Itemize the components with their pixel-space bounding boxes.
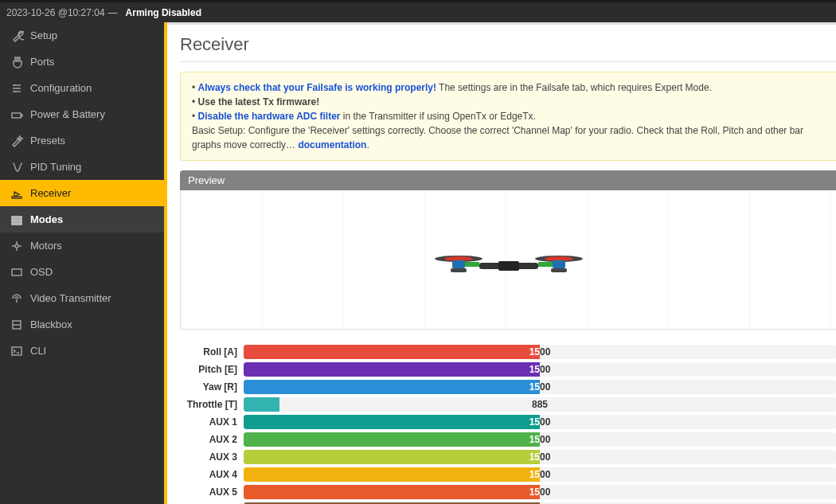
topbar-sep: — (108, 7, 118, 18)
channel-label: Pitch [E] (180, 364, 244, 375)
channel-value: 1500 (244, 467, 836, 482)
sidebar-item-blackbox[interactable]: Blackbox (0, 311, 164, 338)
topbar-timestamp: 2023-10-26 @10:27:04 (6, 7, 105, 18)
sidebar-item-osd[interactable]: OSD (0, 259, 164, 285)
svg-rect-4 (452, 260, 465, 268)
channel-bar: 885 (244, 397, 836, 412)
sidebar-item-modes[interactable]: Modes (0, 206, 164, 232)
sidebar-item-setup[interactable]: Setup (0, 22, 164, 49)
notice-adc-link[interactable]: Disable the hardware ADC filter (198, 111, 341, 122)
channel-row: Pitch [E]1500 (180, 361, 836, 377)
channel-value: 1500 (244, 432, 836, 447)
channel-value: 1500 (244, 485, 836, 499)
sidebar-item-label: Presets (30, 135, 65, 147)
magic-icon (10, 135, 24, 147)
channel-row: Throttle [T]885 (180, 397, 836, 412)
notice-doc-link[interactable]: documentation (298, 139, 366, 150)
svg-rect-9 (498, 261, 519, 271)
plug-icon (10, 56, 24, 68)
channel-label: AUX 5 (180, 486, 244, 498)
svg-rect-10 (451, 268, 467, 272)
channel-label: AUX 3 (180, 451, 244, 463)
channel-value: 1500 (244, 345, 836, 359)
channel-value: 1500 (244, 362, 836, 377)
svg-rect-5 (553, 260, 565, 268)
sidebar-item-label: Setup (30, 29, 57, 41)
channel-value: 1500 (244, 380, 836, 394)
blackbox-icon (10, 318, 24, 331)
motor-icon (10, 240, 24, 252)
channel-bars: Roll [A]1500Pitch [E]1500Yaw [R]1500Thro… (180, 344, 836, 504)
sidebar-item-label: Receiver (30, 187, 71, 199)
channel-bar: 1500 (244, 415, 836, 429)
battery-icon (10, 108, 24, 121)
sidebar-item-label: Blackbox (30, 318, 72, 330)
sidebar-item-ports[interactable]: Ports (0, 49, 164, 75)
channel-row: AUX 31500 (180, 449, 836, 465)
channel-row: Roll [A]1500 (180, 344, 836, 360)
channel-row: Yaw [R]1500 (180, 379, 836, 395)
sidebar-item-configuration[interactable]: Configuration (0, 75, 164, 101)
preview-header: Preview (180, 170, 836, 190)
channel-row: AUX 41500 (180, 467, 836, 483)
channel-bar: 1500 (244, 467, 836, 482)
channel-bar: 1500 (244, 485, 836, 499)
topbar: 2023-10-26 @10:27:04 — Arming Disabled (0, 0, 836, 22)
sidebar: SetupPortsConfigurationPower & BatteryPr… (0, 22, 167, 504)
channel-label: Throttle [T] (180, 399, 244, 410)
channel-label: AUX 1 (180, 416, 244, 428)
stack-icon (10, 213, 24, 226)
notice-line1-rest: The settings are in the Failsafe tab, wh… (436, 82, 712, 93)
svg-rect-11 (551, 268, 567, 272)
sidebar-item-label: Motors (30, 240, 62, 252)
sidebar-item-label: Video Transmitter (30, 292, 111, 304)
channel-bar: 1500 (244, 450, 836, 464)
channel-bar: 1500 (244, 380, 836, 394)
sidebar-item-label: PID Tuning (30, 161, 81, 173)
sidebar-item-presets[interactable]: Presets (0, 127, 164, 154)
channel-bar: 1500 (244, 432, 836, 447)
sidebar-item-receiver[interactable]: Receiver (0, 180, 164, 206)
topbar-status: Arming Disabled (126, 7, 201, 18)
drone-icon (433, 251, 584, 283)
channel-label: AUX 4 (180, 469, 244, 480)
sidebar-item-label: Configuration (30, 82, 92, 94)
channel-row: AUX 21500 (180, 432, 836, 447)
channel-value: 1500 (244, 450, 836, 464)
channel-bar: 1500 (244, 362, 836, 377)
notice-line4-text: Basic Setup: Configure the 'Receiver' se… (192, 125, 803, 150)
sidebar-item-pid-tuning[interactable]: PID Tuning (0, 154, 164, 180)
notice-line2: Use the latest Tx firmware! (198, 96, 320, 107)
channel-bar: 1500 (244, 345, 836, 359)
svg-rect-6 (465, 262, 479, 267)
channel-value: 885 (244, 397, 836, 412)
radio-icon (10, 187, 24, 200)
channel-label: AUX 2 (180, 434, 244, 445)
sidebar-item-cli[interactable]: CLI (0, 338, 164, 364)
channel-label: Roll [A] (180, 346, 244, 357)
osd-icon (10, 266, 24, 279)
sidebar-item-label: Modes (30, 213, 63, 225)
vtx-icon (10, 292, 24, 305)
channel-row: AUX 51500 (180, 484, 836, 500)
sidebar-item-label: Power & Battery (30, 108, 105, 120)
sidebar-item-label: OSD (30, 266, 53, 278)
sidebar-item-video-transmitter[interactable]: Video Transmitter (0, 285, 164, 311)
page-title: Receiver (180, 34, 836, 62)
wrench-icon (10, 29, 24, 42)
channel-row: AUX 11500 (180, 414, 836, 430)
sliders-icon (10, 82, 24, 95)
svg-rect-7 (538, 262, 553, 267)
tuning-icon (10, 161, 24, 174)
notice-line3-rest: in the Transmitter if using OpenTx or Ed… (340, 111, 535, 122)
notice-box: • Always check that your Failsafe is wor… (180, 72, 836, 161)
notice-failsafe-link[interactable]: Always check that your Failsafe is worki… (198, 82, 436, 93)
terminal-icon (10, 345, 24, 357)
channel-label: Yaw [R] (180, 381, 244, 393)
sidebar-item-power-battery[interactable]: Power & Battery (0, 101, 164, 127)
channel-value: 1500 (244, 415, 836, 429)
sidebar-item-label: Ports (30, 56, 54, 68)
sidebar-item-label: CLI (30, 345, 46, 357)
preview-panel (180, 190, 836, 330)
sidebar-item-motors[interactable]: Motors (0, 232, 164, 259)
